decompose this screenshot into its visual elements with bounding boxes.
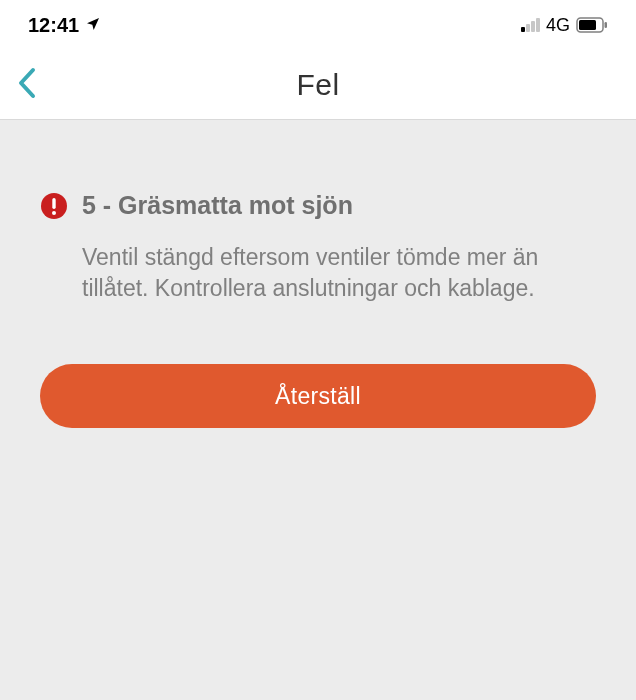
- back-button[interactable]: [16, 66, 38, 104]
- content-area: 5 - Gräsmatta mot sjön Ventil stängd eft…: [0, 120, 636, 700]
- error-item: 5 - Gräsmatta mot sjön: [40, 190, 596, 224]
- reset-button[interactable]: Återställ: [40, 364, 596, 428]
- nav-bar: Fel: [0, 50, 636, 120]
- status-bar-right: 4G: [521, 15, 608, 36]
- svg-rect-4: [52, 198, 55, 209]
- battery-icon: [576, 17, 608, 33]
- status-time: 12:41: [28, 14, 79, 37]
- exclamation-circle-icon: [40, 192, 68, 224]
- network-label: 4G: [546, 15, 570, 36]
- cellular-signal-icon: [521, 18, 540, 32]
- error-heading: 5 - Gräsmatta mot sjön: [82, 190, 353, 220]
- status-bar-left: 12:41: [28, 14, 101, 37]
- page-title: Fel: [0, 68, 636, 102]
- svg-rect-1: [579, 20, 596, 30]
- svg-point-5: [52, 211, 56, 215]
- error-body: Ventil stängd eftersom ventiler tömde me…: [40, 242, 596, 304]
- svg-rect-2: [605, 22, 608, 28]
- status-bar: 12:41 4G: [0, 0, 636, 50]
- chevron-left-icon: [16, 66, 38, 104]
- location-arrow-icon: [85, 14, 101, 37]
